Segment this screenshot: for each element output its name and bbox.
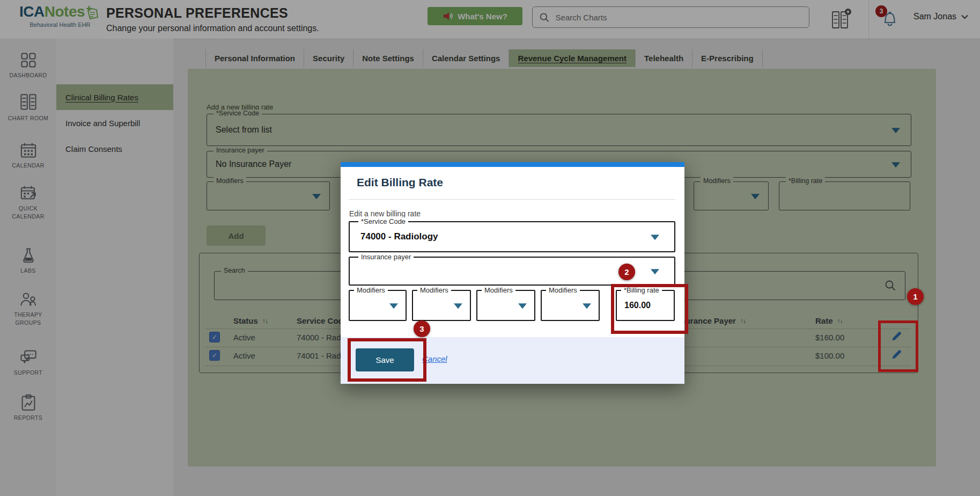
dropdown-caret-icon: [891, 162, 900, 167]
modal-modifiers-select-3[interactable]: Modifiers: [476, 290, 535, 321]
modal-billing-rate-input[interactable]: *Billing rate 160.00: [616, 290, 675, 321]
tab-telehealth[interactable]: Telehealth: [636, 49, 692, 67]
sort-icon[interactable]: ↑↓: [262, 317, 268, 325]
subnav-item-invoice-superbill[interactable]: Invoice and Superbill: [56, 110, 173, 136]
field-label: Modifiers: [354, 286, 388, 294]
field-label: Insurance payer: [213, 147, 267, 154]
add-button[interactable]: Add: [207, 225, 266, 246]
service-code-select[interactable]: *Service Code Select from list: [207, 114, 911, 146]
sidebar-item-therapy-groups[interactable]: THERAPY GROUPS: [0, 291, 56, 327]
app-header: ICANotes Behavioral Health EHR PERSONAL …: [0, 0, 980, 39]
save-button[interactable]: Save: [356, 348, 414, 371]
edit-pencil-icon[interactable]: [890, 348, 903, 361]
page-title: PERSONAL PREFERENCES: [106, 5, 288, 21]
modifiers-select-1[interactable]: Modifiers: [207, 181, 330, 210]
tab-personal-information[interactable]: Personal Information: [205, 49, 304, 67]
column-header-status[interactable]: Status ↑↓: [233, 316, 268, 325]
page-subtitle: Change your personal information and acc…: [106, 24, 319, 33]
row-checkbox[interactable]: ✓: [209, 332, 220, 342]
field-value: 74000 - Radiology: [360, 231, 438, 242]
chart-room-shortcut-button[interactable]: [830, 8, 852, 31]
sort-icon[interactable]: ↑↓: [837, 317, 843, 325]
search-icon: [885, 280, 896, 291]
dropdown-caret-icon: [651, 235, 659, 240]
search-icon: [539, 12, 550, 23]
column-label: Rate: [815, 316, 833, 325]
preferences-subnav: Clinical Billing Rates Invoice and Super…: [56, 39, 173, 496]
subnav-item-clinical-billing-rates[interactable]: Clinical Billing Rates: [56, 84, 173, 110]
tab-security[interactable]: Security: [304, 49, 353, 67]
dropdown-caret-icon: [651, 269, 659, 274]
sidebar-item-dashboard[interactable]: DASHBOARD: [0, 52, 56, 79]
search-charts-input[interactable]: [555, 12, 802, 23]
modal-accent-bar: [341, 162, 684, 167]
field-label: Search: [221, 267, 248, 274]
field-label: Modifiers: [482, 286, 515, 294]
modal-title: Edit Billing Rate: [357, 176, 443, 189]
sidebar-label: DASHBOARD: [5, 71, 52, 79]
quick-calendar-icon: [20, 185, 37, 202]
modal-modifiers-select-1[interactable]: Modifiers: [349, 290, 407, 321]
column-label: Status: [233, 316, 258, 325]
field-label: *Billing rate: [786, 177, 825, 185]
sort-icon[interactable]: ↑↓: [740, 317, 746, 325]
support-chat-icon: [19, 349, 38, 366]
annotation-step-badge-1: 1: [907, 288, 924, 305]
notification-count-badge: 3: [875, 5, 887, 17]
billing-rate-input[interactable]: *Billing rate: [779, 181, 910, 210]
logo-text-primary: ICA: [19, 4, 45, 19]
field-label: Modifiers: [417, 286, 451, 294]
calendar-icon: [20, 142, 37, 159]
field-label: *Billing rate: [621, 286, 662, 294]
subnav-label: Claim Consents: [65, 144, 122, 154]
labs-flask-icon: [20, 247, 37, 264]
modal-divider: [349, 199, 675, 200]
column-header-insurance-payer[interactable]: Insurance Payer ↑↓: [674, 316, 746, 325]
tab-revenue-cycle-management[interactable]: Revenue Cycle Management: [509, 49, 636, 67]
dropdown-caret-icon: [454, 303, 462, 309]
sidebar-label: LABS: [5, 267, 52, 275]
user-menu[interactable]: Sam Jonas: [913, 12, 968, 21]
whats-new-button[interactable]: What's New?: [428, 7, 522, 25]
column-header-rate[interactable]: Rate ↑↓: [815, 316, 843, 325]
dropdown-caret-icon: [518, 303, 527, 309]
sidebar-item-calendar[interactable]: CALENDAR: [0, 142, 56, 170]
sidebar-item-support[interactable]: SUPPORT: [0, 349, 56, 377]
modal-modifiers-select-4[interactable]: Modifiers: [541, 290, 600, 321]
tab-note-settings[interactable]: Note Settings: [353, 49, 423, 67]
user-name: Sam Jonas: [913, 12, 956, 21]
sidebar-item-chart-room[interactable]: CHART ROOM: [0, 93, 56, 122]
edit-pencil-icon[interactable]: [890, 330, 903, 342]
modal-service-code-select[interactable]: *Service Code 74000 - Radiology: [349, 221, 675, 252]
notifications-button[interactable]: 3: [879, 6, 903, 31]
sidebar-label: CHART ROOM: [5, 114, 52, 122]
modifiers-select-4[interactable]: Modifiers: [694, 181, 769, 210]
file-cabinet-plus-icon: [830, 8, 852, 31]
cancel-link[interactable]: Cancel: [422, 354, 447, 363]
personal-preferences-page: ICANotes Behavioral Health EHR PERSONAL …: [0, 0, 980, 496]
dropdown-caret-icon: [751, 194, 760, 199]
field-value: No Insurance Payer: [216, 159, 291, 169]
chart-room-icon: [19, 93, 38, 112]
tab-e-prescribing[interactable]: E-Prescribing: [692, 49, 763, 67]
cell-status: Active: [233, 333, 255, 342]
sidebar-item-labs[interactable]: LABS: [0, 247, 56, 275]
reports-icon: [20, 394, 37, 411]
row-checkbox[interactable]: ✓: [209, 350, 220, 361]
annotation-step-badge-3: 3: [414, 320, 430, 337]
icanotes-logo[interactable]: ICANotes Behavioral Health EHR: [19, 4, 101, 28]
therapy-groups-icon: [19, 291, 38, 308]
subnav-item-claim-consents[interactable]: Claim Consents: [56, 136, 173, 162]
logo-text-secondary: Notes: [45, 4, 85, 19]
field-label: *Service Code: [358, 217, 408, 225]
sidebar-item-quick-calendar[interactable]: QUICK CALENDAR: [0, 185, 56, 221]
dropdown-caret-icon: [389, 303, 398, 309]
modal-modifiers-select-2[interactable]: Modifiers: [412, 290, 471, 321]
chart-search-box: [532, 6, 809, 28]
sidebar-label: THERAPY GROUPS: [5, 311, 52, 327]
tab-calendar-settings[interactable]: Calendar Settings: [423, 49, 510, 67]
sidebar-item-reports[interactable]: REPORTS: [0, 394, 56, 422]
field-label: *Service Code: [213, 110, 262, 117]
announcement-speaker-icon: [443, 11, 453, 21]
dropdown-caret-icon: [891, 128, 900, 133]
